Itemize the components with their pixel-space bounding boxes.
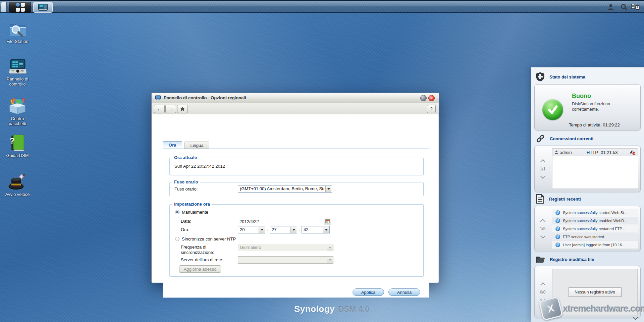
connection-row[interactable]: admin HTTP 01:21:53 — [552, 149, 638, 156]
update-now-button[interactable]: Aggiorna adesso — [179, 265, 221, 273]
manual-radio[interactable] — [175, 210, 179, 214]
tab-content-panel: Ora attuale Sun Apr 22 20:27:42 2012 Fus… — [163, 149, 429, 298]
no-active-log-message: Nessun registro attivo — [569, 287, 622, 297]
date-input[interactable] — [238, 218, 324, 225]
search-button[interactable] — [619, 3, 629, 11]
chevron-down-icon — [261, 229, 263, 232]
user-icon — [554, 150, 558, 154]
log-row[interactable]: i System successfully started Web St... — [552, 209, 638, 216]
time-separator: : — [267, 227, 268, 232]
page-indicator: 0/0 — [540, 290, 546, 294]
info-icon: i — [555, 243, 560, 247]
date-picker-button[interactable] — [324, 218, 331, 225]
page-up-icon[interactable] — [540, 282, 545, 287]
page-down-icon[interactable] — [540, 173, 545, 179]
chevron-down-icon — [325, 229, 328, 232]
dsm-version-text: DSM 4.0 — [338, 305, 369, 314]
dropdown-button[interactable] — [325, 186, 331, 192]
widget-title: Registro modifica file — [550, 257, 594, 262]
xtremehardware-watermark: X xtremehardware.com — [541, 299, 644, 319]
ntp-radio[interactable] — [175, 237, 179, 241]
current-time-value: Sun Apr 22 20:27:42 2012 — [174, 164, 225, 169]
home-button[interactable] — [177, 105, 188, 113]
dropdown-button[interactable] — [327, 257, 333, 263]
page-up-icon[interactable] — [540, 219, 545, 224]
desktop-icon-label: Guida DSM — [2, 153, 33, 158]
back-button[interactable]: ← — [154, 105, 165, 113]
user-menu-button[interactable] — [606, 3, 616, 11]
show-desktop-button[interactable] — [1, 2, 7, 12]
group-legend: Ora attuale — [172, 155, 199, 160]
widget-title: Registri recenti — [549, 197, 581, 202]
connections-pager: 1/1 — [535, 146, 551, 192]
minimize-button[interactable] — [420, 95, 427, 101]
dropdown-button[interactable] — [290, 227, 297, 233]
dropdown-button[interactable] — [259, 227, 265, 233]
desktop-icon-label: Pannello di controllo — [2, 76, 33, 87]
info-icon: i — [555, 210, 560, 215]
page-indicator: 1/1 — [540, 167, 546, 171]
date-label: Data: — [181, 219, 191, 224]
taskbar-item-control-panel[interactable] — [33, 2, 53, 13]
second-select[interactable]: 42 — [302, 226, 330, 233]
dropdown-button[interactable] — [323, 227, 329, 233]
minute-select[interactable]: 27 — [270, 226, 297, 233]
widget-title: Stato del sistema — [549, 74, 585, 79]
log-row[interactable]: i System successfully enabled WebD... — [552, 217, 638, 224]
time-separator: : — [299, 227, 300, 232]
package-center-icon — [2, 97, 33, 115]
logs-pager: 1/5 — [535, 206, 551, 251]
desktop-icon-dsm-help[interactable]: ? Guida DSM — [2, 133, 33, 158]
disconnect-icon[interactable] — [629, 150, 635, 155]
close-button[interactable]: ✕ — [428, 95, 435, 101]
dropdown-button[interactable] — [327, 245, 333, 251]
hour-select[interactable]: 20 — [238, 226, 265, 233]
recent-logs-card: 1/5 i System successfully started Web St… — [534, 206, 641, 251]
control-panel-window: Pannello di controllo - Opzioni regional… — [151, 93, 439, 283]
connections-header: Connessioni correnti — [536, 134, 593, 143]
desktop-icon-control-panel[interactable]: Pannello di controllo — [2, 57, 33, 87]
page-up-icon[interactable] — [540, 159, 545, 164]
home-icon — [180, 107, 185, 111]
file-log-header: Registro modifica file — [536, 255, 594, 263]
desktop-icon-file-station[interactable]: File Station — [2, 19, 33, 44]
cancel-button[interactable]: Annulla — [388, 288, 420, 296]
pilot-view-button[interactable] — [630, 3, 640, 11]
help-button[interactable]: ? — [427, 105, 436, 113]
forward-arrow-icon: → — [168, 106, 173, 112]
info-icon: i — [555, 218, 560, 223]
tab-lingua[interactable]: Lingua — [184, 142, 209, 149]
main-menu-button[interactable] — [9, 2, 31, 13]
x-logo-icon: X — [539, 297, 563, 321]
desktop: File Station — [0, 0, 644, 322]
window-body: Ora Lingua Ora attuale Sun Apr 22 20:27:… — [152, 114, 438, 282]
log-row[interactable]: i User [admin] logged in from [10.16... — [552, 241, 638, 249]
forward-button[interactable]: → — [165, 105, 176, 113]
sync-frequency-select[interactable]: Giornaliero — [238, 244, 333, 251]
connection-time: 01:21:53 — [601, 150, 618, 155]
tab-ora[interactable]: Ora — [163, 141, 182, 149]
ntp-server-label: Server dell'ora di rete: — [181, 257, 223, 262]
window-titlebar[interactable]: Pannello di controllo - Opzioni regional… — [152, 93, 439, 103]
chevron-down-icon — [292, 229, 295, 232]
group-legend: Impostazione ora — [172, 202, 212, 207]
group-legend: Fuso orario — [172, 179, 200, 184]
close-icon: ✕ — [430, 97, 433, 100]
timezone-select[interactable]: (GMT+01:00) Amsterdam, Berlin, Rome, Sto… — [238, 185, 332, 193]
log-row[interactable]: i System successfully restarted FTP... — [552, 225, 638, 232]
time-setting-group: Impostazione ora Manualmente Data: Ora: … — [169, 204, 424, 277]
page-down-icon[interactable] — [540, 233, 545, 238]
file-station-icon — [2, 19, 33, 38]
search-icon — [620, 3, 628, 11]
chevron-down-icon — [329, 247, 331, 250]
back-arrow-icon: ← — [157, 106, 162, 112]
question-mark-glyph: ? — [8, 136, 16, 146]
desktop-icon-label: File Station — [2, 39, 33, 44]
log-row[interactable]: i FTP service was started. — [552, 233, 638, 240]
manual-radio-label: Manualmente — [182, 210, 208, 215]
apply-button[interactable]: Applica — [353, 288, 384, 296]
ntp-server-select[interactable] — [238, 256, 333, 264]
desktop-icon-package-center[interactable]: Centro pacchetti — [2, 97, 33, 126]
sync-frequency-label: Frequenza di sincronizzazione: — [181, 245, 231, 255]
desktop-icon-quick-start[interactable]: Avvio veloce — [2, 172, 33, 197]
